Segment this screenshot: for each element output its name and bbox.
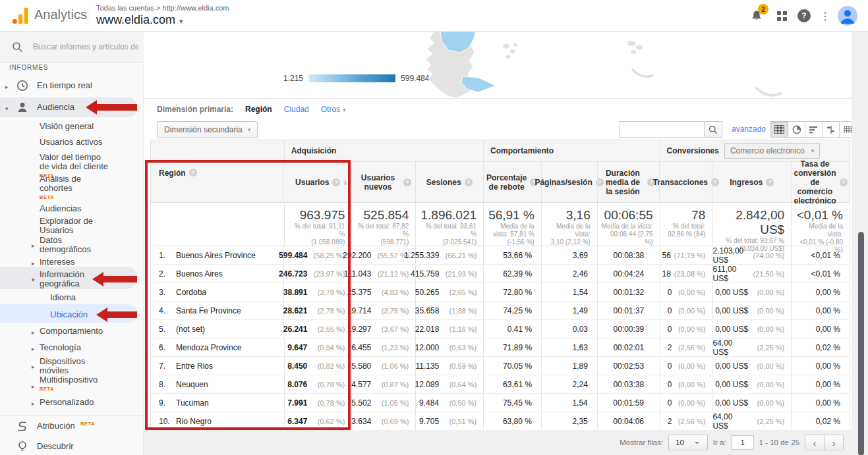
- scrollbar-thumb[interactable]: [858, 232, 864, 455]
- table-search-button[interactable]: [704, 121, 722, 138]
- region-name-link[interactable]: Rio Negro: [176, 417, 212, 426]
- sort-desc-icon[interactable]: [343, 177, 348, 186]
- region-name-link[interactable]: Buenos Aires Province: [176, 251, 256, 260]
- column-header-paginas-sesion[interactable]: Páginas/sesión: [541, 162, 597, 202]
- region-name-link[interactable]: Tucuman: [176, 398, 209, 408]
- row-range: 1 - 10 de 25: [759, 439, 799, 446]
- pagination: Mostrar filas: 10 Ir a: 1 - 10 de 25: [620, 435, 844, 450]
- cell-rebote: 72,80 %: [483, 283, 541, 301]
- column-header-ingresos[interactable]: Ingresos: [712, 162, 791, 202]
- help-icon[interactable]: [766, 178, 774, 186]
- cell-rebote: 70,05 %: [483, 357, 541, 375]
- cell-duracion: 00:01:32: [597, 283, 660, 301]
- cell-usuarios-nuevos: 5.580(1,06 %): [351, 357, 415, 375]
- table-view-icon: [774, 125, 784, 134]
- cell-paginas: 1,54: [541, 394, 597, 412]
- region-name-link[interactable]: Cordoba: [176, 288, 206, 297]
- primary-dimension-label: Dimensión primaria:: [157, 105, 233, 114]
- advanced-search-link[interactable]: avanzado: [732, 124, 766, 134]
- table-row[interactable]: 9.Tucuman 7.991(0,78 %) 5.502(1,05 %) 9.…: [151, 394, 850, 412]
- help-icon[interactable]: [465, 178, 473, 186]
- totals-paginas: 3,16Media de la vista:3,10 (2,12 %): [541, 203, 597, 246]
- help-icon[interactable]: [332, 178, 340, 186]
- table-search-input[interactable]: [620, 121, 704, 138]
- cell-tasa: 0,00 %: [791, 302, 850, 319]
- cell-usuarios-nuevos: 19.714(3,75 %): [351, 302, 415, 319]
- help-icon[interactable]: [796, 8, 812, 24]
- secondary-dimension-button[interactable]: Dimensión secundaria: [157, 121, 258, 138]
- table-row[interactable]: 7.Entre Rios 8.450(0,82 %) 5.580(1,06 %)…: [151, 357, 850, 375]
- dimension-option-otros[interactable]: Otros: [321, 105, 346, 114]
- cell-ingresos: 0,00 US$(0,00 %): [712, 394, 791, 412]
- table-row[interactable]: 2.Buenos Aires 246.723(23,97 %) 111.043(…: [151, 265, 850, 283]
- column-header-duracion[interactable]: Duración media de la sesión: [597, 162, 660, 202]
- cell-rebote: 74,25 %: [483, 302, 541, 319]
- kebab-menu-icon[interactable]: [817, 8, 833, 24]
- table-row[interactable]: 1.Buenos Aires Province 599.484(58,25 %)…: [151, 246, 850, 265]
- user-avatar[interactable]: [838, 6, 857, 26]
- next-page-button[interactable]: [824, 435, 844, 450]
- view-table-button[interactable]: [770, 121, 788, 138]
- row-rank: 10.: [159, 417, 176, 426]
- column-header-usuarios[interactable]: Usuarios: [283, 162, 351, 202]
- goto-page-input[interactable]: [732, 435, 754, 450]
- region-name-link[interactable]: Mendoza Province: [176, 343, 241, 352]
- column-header-usuarios-nuevos[interactable]: Usuarios nuevos: [351, 162, 415, 202]
- view-comparison-button[interactable]: [822, 121, 840, 138]
- cell-ingresos: 0,00 US$(0,00 %): [712, 283, 792, 301]
- column-header-transacciones[interactable]: Transacciones: [659, 162, 712, 202]
- cell-rebote: 53,66 %: [483, 246, 541, 264]
- cell-transacciones: 0(0,00 %): [660, 375, 712, 393]
- cell-ingresos: 64,00 US$(2,25 %): [712, 412, 791, 430]
- column-header-sesiones[interactable]: Sesiones: [415, 162, 483, 202]
- analytics-logo-icon[interactable]: [12, 7, 29, 24]
- analytics-app: Analytics Todas las cuentas > http://www…: [0, 0, 868, 455]
- attribution-icon: [16, 419, 29, 433]
- cell-transacciones: 18(23,08 %): [660, 265, 712, 282]
- bar-chart-icon: [809, 126, 819, 134]
- table-row[interactable]: 4.Santa Fe Province 28.621(2,78 %) 19.71…: [151, 302, 850, 320]
- rows-per-page-dropdown[interactable]: 10: [668, 435, 708, 450]
- cell-ingresos: 64,00 US$(2,25 %): [712, 338, 791, 356]
- map-canvas[interactable]: [414, 32, 783, 99]
- region-name-link[interactable]: Entre Rios: [176, 361, 213, 371]
- cell-usuarios-nuevos: 6.455(1,23 %): [351, 338, 415, 356]
- cell-transacciones: 2(2,56 %): [660, 412, 712, 430]
- region-name-link[interactable]: (not set): [176, 325, 205, 334]
- dimension-option-ciudad[interactable]: Ciudad: [284, 105, 309, 114]
- help-icon[interactable]: [840, 178, 848, 186]
- column-header-rebote[interactable]: Porcentaje de rebote: [483, 162, 541, 202]
- column-header-region[interactable]: Región: [151, 162, 283, 202]
- table-row[interactable]: 5.(not set) 26.241(2,55 %) 19.297(3,67 %…: [151, 320, 850, 338]
- help-icon[interactable]: [403, 178, 411, 186]
- cell-usuarios: 6.347(0,62 %): [284, 412, 352, 430]
- region-name-link[interactable]: Neuquen: [176, 380, 208, 389]
- dimension-option-region[interactable]: Región: [245, 105, 272, 114]
- table-row[interactable]: 10.Rio Negro 6.347(0,62 %) 3.634(0,69 %)…: [151, 412, 850, 431]
- view-percentage-button[interactable]: [788, 121, 805, 138]
- cell-tasa: 0,00 %: [791, 394, 850, 412]
- column-header-tasa-conversion[interactable]: Tasa de conversión de comercio electróni…: [791, 162, 850, 202]
- table-row[interactable]: 8.Neuquen 8.076(0,78 %) 4.577(0,87 %) 12…: [151, 375, 850, 394]
- search-icon: [12, 41, 23, 53]
- totals-transacciones: 78% del total:92,86 % (84): [660, 203, 712, 246]
- region-name-link[interactable]: Santa Fe Province: [176, 306, 241, 315]
- cell-ingresos: 0,00 US$(0,00 %): [712, 375, 791, 393]
- table-row[interactable]: 3.Cordoba 38.891(3,78 %) 25.375(4,83 %) …: [151, 283, 850, 302]
- sidebar-search: [0, 32, 144, 63]
- search-input[interactable]: [33, 40, 138, 54]
- group-empty: [151, 140, 284, 161]
- goto-label: Ir a:: [713, 439, 726, 446]
- previous-page-button[interactable]: [805, 435, 825, 450]
- totals-empty: [151, 203, 284, 246]
- view-performance-button[interactable]: [805, 121, 823, 138]
- property-selector[interactable]: www.eldia.com▾: [96, 13, 183, 27]
- conversions-goal-dropdown[interactable]: Comercio electrónico: [724, 143, 820, 159]
- cell-duracion: 00:01:59: [597, 394, 660, 412]
- help-icon[interactable]: [189, 169, 197, 176]
- apps-grid-icon[interactable]: [774, 8, 790, 24]
- pie-chart-icon: [792, 125, 801, 134]
- region-name-link[interactable]: Buenos Aires: [176, 269, 223, 279]
- chevron-right-icon: [32, 399, 35, 408]
- table-row[interactable]: 6.Mendoza Province 9.647(0,94 %) 6.455(1…: [151, 338, 850, 357]
